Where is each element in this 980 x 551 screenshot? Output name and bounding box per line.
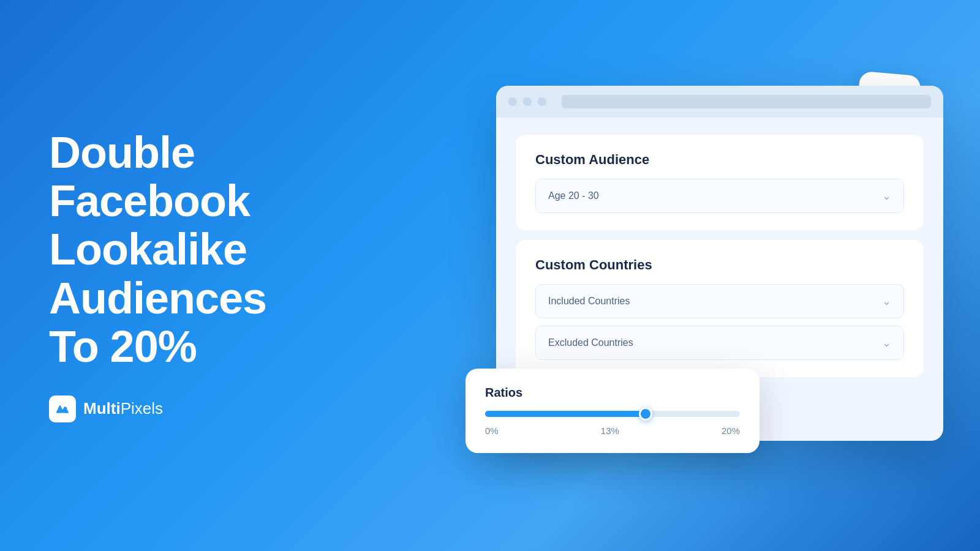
logo-area: MultiPixels	[49, 395, 306, 422]
age-dropdown-value: Age 20 - 30	[548, 190, 599, 201]
custom-countries-section: Custom Countries Included Countries ⌄ Ex…	[516, 240, 924, 377]
age-dropdown-chevron: ⌄	[882, 189, 891, 203]
left-section: Double Facebook Lookalike Audiences To 2…	[49, 129, 306, 422]
browser-content: Custom Audience Age 20 - 30 ⌄ Custom Cou…	[496, 118, 943, 394]
custom-countries-title: Custom Countries	[535, 257, 904, 273]
slider-fill	[485, 411, 646, 417]
window-dot-3	[538, 97, 546, 106]
slider-track[interactable]	[485, 411, 740, 417]
slider-labels: 0% 13% 20%	[485, 425, 740, 436]
slider-thumb[interactable]	[639, 407, 652, 421]
logo-text: MultiPixels	[83, 399, 163, 418]
excluded-countries-dropdown[interactable]: Excluded Countries ⌄	[535, 326, 904, 360]
url-bar	[562, 95, 931, 108]
window-dot-2	[523, 97, 532, 106]
included-countries-dropdown[interactable]: Included Countries ⌄	[535, 284, 904, 318]
slider-max-label: 20%	[722, 425, 740, 436]
browser-titlebar	[496, 86, 943, 118]
logo-icon	[49, 395, 76, 422]
custom-audience-section: Custom Audience Age 20 - 30 ⌄	[516, 135, 924, 230]
headline: Double Facebook Lookalike Audiences To 2…	[49, 129, 306, 371]
included-chevron-icon: ⌄	[882, 294, 891, 308]
age-dropdown[interactable]: Age 20 - 30 ⌄	[535, 179, 904, 213]
custom-audience-title: Custom Audience	[535, 152, 904, 168]
ratios-card: Ratios 0% 13% 20%	[466, 369, 760, 453]
ratios-title: Ratios	[485, 386, 740, 400]
excluded-countries-label: Excluded Countries	[548, 337, 633, 348]
excluded-chevron-icon: ⌄	[882, 336, 891, 350]
right-section: x2 Custom Audience Age 20 - 30 ⌄ Custom …	[466, 86, 943, 465]
included-countries-label: Included Countries	[548, 296, 630, 307]
window-dot-1	[508, 97, 517, 106]
slider-current-label: 13%	[601, 425, 619, 436]
slider-min-label: 0%	[485, 425, 499, 436]
